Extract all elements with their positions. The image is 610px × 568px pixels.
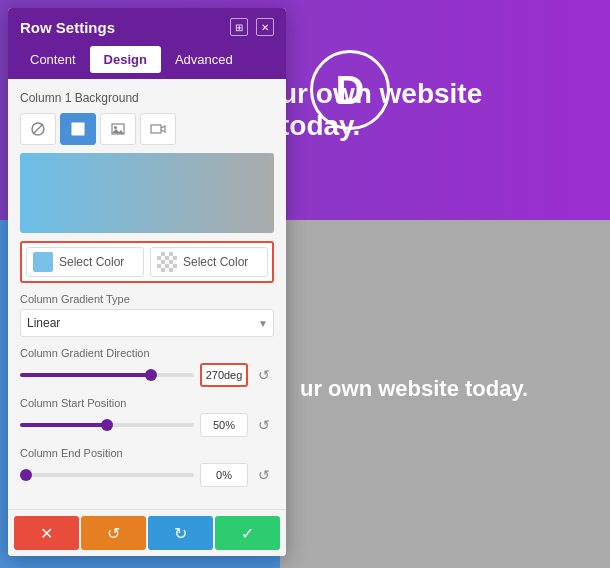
end-position-thumb[interactable] [20,469,32,481]
gradient-type-label: Column Gradient Type [20,293,274,305]
panel-tabs: Content Design Advanced [8,46,286,79]
tab-advanced[interactable]: Advanced [161,46,247,73]
gradient-direction-value[interactable]: 270deg [200,363,248,387]
panel-expand-icon[interactable]: ⊞ [230,18,248,36]
gradient-direction-fill [20,373,151,377]
gradient-direction-section: Column Gradient Direction 270deg ↺ [20,347,274,387]
start-position-value[interactable]: 50% [200,413,248,437]
bg-type-none[interactable] [20,113,56,145]
cancel-button[interactable]: ✕ [14,516,79,550]
website-logo: D [310,50,390,130]
bg-type-image[interactable] [100,113,136,145]
panel-body: Column 1 Background Select Color [8,79,286,509]
gradient-direction-label: Column Gradient Direction [20,347,274,359]
end-position-reset[interactable]: ↺ [254,465,274,485]
gradient-type-select-wrapper: Linear Radial ▼ [20,309,274,337]
website-bottom-right: ur own website today. [280,220,610,568]
gradient-preview [20,153,274,233]
bg-type-row [20,113,274,145]
end-position-label: Column End Position [20,447,274,459]
tab-content[interactable]: Content [16,46,90,73]
panel-close-icon[interactable]: ✕ [256,18,274,36]
svg-rect-6 [151,125,161,133]
redo-button[interactable]: ↻ [148,516,213,550]
panel-header: Row Settings ⊞ ✕ [8,8,286,46]
save-button[interactable]: ✓ [215,516,280,550]
panel-header-icons: ⊞ ✕ [230,18,274,36]
color-select-row: Select Color Select Color [20,241,274,283]
bg-type-video[interactable] [140,113,176,145]
gradient-direction-track[interactable] [20,373,194,377]
end-position-value[interactable]: 0% [200,463,248,487]
tab-design[interactable]: Design [90,46,161,73]
end-position-row: 0% ↺ [20,463,274,487]
start-position-fill [20,423,107,427]
color-select-2[interactable]: Select Color [150,247,268,277]
svg-point-5 [114,126,117,129]
start-position-row: 50% ↺ [20,413,274,437]
gradient-type-select[interactable]: Linear Radial [20,309,274,337]
end-position-track[interactable] [20,473,194,477]
bg-type-color[interactable] [60,113,96,145]
section-label: Column 1 Background [20,91,274,105]
panel-title: Row Settings [20,19,115,36]
start-position-thumb[interactable] [101,419,113,431]
gradient-direction-thumb[interactable] [145,369,157,381]
panel-footer: ✕ ↺ ↻ ✓ [8,509,286,556]
start-position-section: Column Start Position 50% ↺ [20,397,274,437]
end-position-section: Column End Position 0% ↺ [20,447,274,487]
start-position-label: Column Start Position [20,397,274,409]
color-select-1[interactable]: Select Color [26,247,144,277]
svg-rect-2 [72,123,84,135]
undo-button[interactable]: ↺ [81,516,146,550]
row-settings-panel: Row Settings ⊞ ✕ Content Design Advanced… [8,8,286,556]
gradient-direction-row: 270deg ↺ [20,363,274,387]
start-position-reset[interactable]: ↺ [254,415,274,435]
color-swatch-1 [33,252,53,272]
website-bottom-text: ur own website today. [300,376,610,402]
gradient-type-row: Column Gradient Type Linear Radial ▼ [20,293,274,337]
start-position-track[interactable] [20,423,194,427]
gradient-direction-reset[interactable]: ↺ [254,365,274,385]
color-swatch-2 [157,252,177,272]
svg-line-1 [33,124,43,134]
